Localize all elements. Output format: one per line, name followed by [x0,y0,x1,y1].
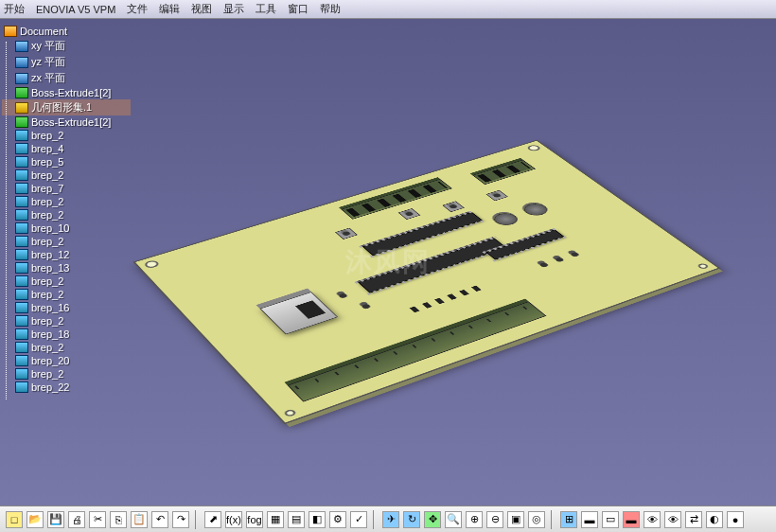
component [422,302,432,309]
tree-item[interactable]: brep_12 [2,248,131,261]
check-button[interactable]: ✓ [350,511,367,528]
undo-button[interactable]: ↶ [151,511,168,528]
tree-item[interactable]: brep_5 [2,155,131,168]
tree-item[interactable]: brep_2 [2,235,131,248]
menu-item[interactable]: 帮助 [320,2,341,16]
new-button[interactable]: □ [6,511,23,528]
show-button[interactable]: 👁 [664,511,681,528]
tree-item[interactable]: Boss-Extrude1[2] [2,115,131,129]
tree-item[interactable]: brep_10 [2,222,131,235]
menu-item[interactable]: 工具 [256,2,276,16]
open-button[interactable]: 📂 [26,511,44,528]
tree-item[interactable]: brep_22 [2,381,131,394]
tree-item[interactable]: brep_2 [2,288,131,301]
menu-item[interactable]: 显示 [223,2,244,16]
tree-item-label: yz 平面 [31,55,65,69]
zoom-out-button[interactable]: ⊖ [486,511,503,528]
tree-item[interactable]: xy 平面 [2,38,131,54]
redo-button[interactable]: ↷ [172,511,189,528]
menu-item[interactable]: 窗口 [288,2,309,16]
pan-button[interactable]: ✥ [424,511,441,528]
part-icon [15,143,28,154]
zoom-button[interactable]: 🔍 [445,511,462,528]
menu-item[interactable]: 视图 [191,2,212,16]
pcb-model[interactable] [151,85,719,464]
tree-item[interactable]: 几何图形集.1 [2,99,131,115]
rule-button[interactable]: fog [246,511,263,528]
fx-button[interactable]: f(x) [225,511,242,528]
tree-item[interactable]: brep_2 [2,168,131,182]
tree-item-label: brep_16 [31,302,69,313]
law-button[interactable]: ▤ [288,511,305,528]
potentiometer [520,202,552,218]
part-icon [15,222,28,234]
normal-view-button[interactable]: ◎ [528,511,545,528]
material-button[interactable]: ● [727,511,744,528]
tree-root[interactable]: Document [2,25,131,38]
zoom-in-button[interactable]: ⊕ [466,511,483,528]
paste-button[interactable]: 📋 [131,511,148,528]
toolbar-separator [195,510,199,529]
tactile-button [398,208,421,220]
menu-item[interactable]: 开始 [4,2,25,16]
menu-item[interactable]: ENOVIA V5 VPM [36,4,115,15]
menu-item[interactable]: 文件 [127,2,148,16]
part-icon [15,236,28,247]
3d-viewport[interactable]: Document xy 平面yz 平面zx 平面Boss-Extrude1[2]… [0,19,776,505]
tree-item[interactable]: zx 平面 [2,70,131,86]
tree-item[interactable]: yz 平面 [2,54,131,70]
potentiometer [489,211,522,227]
capacitor [555,257,565,262]
tree-item[interactable]: brep_2 [2,314,131,328]
swap-button[interactable]: ⇄ [685,511,702,528]
tree-item-label: brep_20 [31,355,69,366]
capacitor [338,293,348,298]
plane-icon [15,57,28,68]
pointer-button[interactable]: ⬈ [204,511,221,528]
tree-item[interactable]: brep_2 [2,195,131,208]
hide-button[interactable]: 👁 [644,511,661,528]
render2-button[interactable]: ▭ [602,511,619,528]
feat-icon [15,116,28,128]
fit-button[interactable]: ▣ [507,511,524,528]
usb-connector [259,292,338,334]
save-button[interactable]: 💾 [47,511,64,528]
tree-item[interactable]: brep_20 [2,354,131,367]
main-area: Document xy 平面yz 平面zx 平面Boss-Extrude1[2]… [0,19,776,505]
cut-button[interactable]: ✂ [89,511,106,528]
rotate-button[interactable]: ↻ [403,511,420,528]
tree-item-label: Boss-Extrude1[2] [31,87,111,98]
menu-item[interactable]: 编辑 [159,2,180,16]
render1-button[interactable]: ▬ [581,511,598,528]
tree-item[interactable]: brep_18 [2,328,131,341]
tree-item[interactable]: brep_2 [2,341,131,354]
copy-button[interactable]: ⎘ [110,511,127,528]
views-button[interactable]: ⊞ [560,511,577,528]
tree-item-label: brep_2 [31,209,63,221]
tree-item[interactable]: brep_2 [2,367,131,381]
tree-item-label: brep_2 [31,368,63,380]
tree-item[interactable]: Boss-Extrude1[2] [2,86,131,99]
design-table-button[interactable]: ▦ [267,511,284,528]
component [459,290,469,295]
tree-item[interactable]: brep_4 [2,142,131,155]
part-icon [15,368,28,380]
tree-item[interactable]: brep_2 [2,275,131,288]
tree-item-label: Boss-Extrude1[2] [31,116,111,128]
render3-button[interactable]: ▬ [623,511,640,528]
knowledge-button[interactable]: ◧ [309,511,326,528]
part-icon [15,196,28,207]
tree-item[interactable]: brep_2 [2,208,131,222]
tree-item-label: brep_5 [31,156,63,168]
tree-item[interactable]: brep_7 [2,182,131,195]
relations-button[interactable]: ⚙ [329,511,346,528]
tree-item-label: brep_10 [31,222,69,234]
part-icon [15,289,28,300]
tree-item[interactable]: brep_2 [2,129,131,142]
tree-item-label: brep_7 [31,183,63,194]
shading-button[interactable]: ◐ [706,511,723,528]
fly-button[interactable]: ✈ [382,511,399,528]
tree-item[interactable]: brep_16 [2,301,131,314]
tree-item[interactable]: brep_13 [2,261,131,275]
print-button[interactable]: 🖨 [68,511,85,528]
